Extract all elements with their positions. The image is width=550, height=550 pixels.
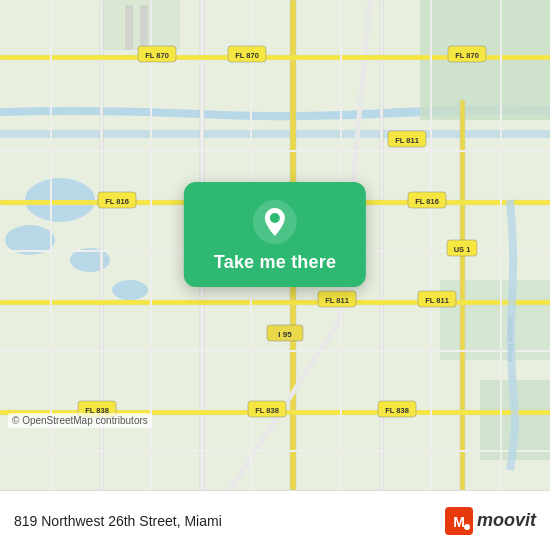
svg-rect-11 (140, 5, 148, 50)
svg-rect-7 (440, 280, 550, 360)
address-text: 819 Northwest 26th Street, Miami (14, 513, 222, 529)
svg-text:FL 816: FL 816 (415, 197, 439, 206)
location-pin-icon (253, 200, 297, 244)
take-me-there-button[interactable]: Take me there (214, 252, 336, 273)
svg-text:I 95: I 95 (278, 330, 292, 339)
svg-point-62 (464, 524, 470, 530)
bottom-bar: 819 Northwest 26th Street, Miami M moovi… (0, 490, 550, 550)
svg-rect-19 (0, 300, 550, 305)
moovit-brand-name: moovit (477, 510, 536, 531)
svg-text:FL 870: FL 870 (455, 51, 479, 60)
svg-rect-1 (0, 130, 550, 138)
svg-rect-24 (0, 450, 550, 452)
svg-text:FL 816: FL 816 (105, 197, 129, 206)
svg-text:FL 811: FL 811 (395, 136, 419, 145)
svg-text:FL 870: FL 870 (145, 51, 169, 60)
osm-attribution: © OpenStreetMap contributors (8, 413, 152, 428)
svg-point-5 (112, 280, 148, 300)
moovit-logo: M moovit (445, 507, 536, 535)
svg-rect-23 (0, 350, 550, 352)
svg-text:FL 838: FL 838 (255, 406, 279, 415)
location-card: Take me there (184, 182, 366, 287)
svg-rect-16 (460, 100, 465, 490)
map-container: I 95 FL 870 FL 870 FL 870 FL 811 FL 811 … (0, 0, 550, 490)
svg-point-59 (270, 213, 280, 223)
svg-text:FL 838: FL 838 (385, 406, 409, 415)
svg-text:FL 811: FL 811 (425, 296, 449, 305)
moovit-brand-icon: M (445, 507, 473, 535)
svg-text:US 1: US 1 (454, 245, 471, 254)
svg-rect-21 (0, 150, 550, 152)
svg-rect-30 (500, 0, 502, 490)
svg-rect-10 (125, 5, 133, 50)
svg-rect-29 (430, 0, 432, 490)
svg-text:FL 811: FL 811 (325, 296, 349, 305)
svg-text:M: M (453, 514, 465, 530)
svg-text:FL 870: FL 870 (235, 51, 259, 60)
